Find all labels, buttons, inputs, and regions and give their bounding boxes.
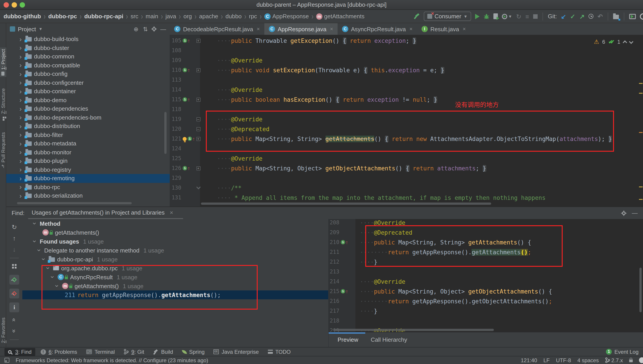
chevron-right-icon[interactable]: ›	[18, 167, 23, 172]
find-tree-row[interactable]: 211return getAppResponse().getAttachment…	[22, 290, 328, 299]
overrides-method-icon[interactable]: ı	[341, 240, 345, 244]
toolwindow-button-jee[interactable]: EEJava Enterprise	[210, 348, 262, 356]
breadcrumb-item[interactable]: org	[183, 12, 193, 20]
fold-marker[interactable]: –	[195, 117, 202, 121]
clipped-toolbar-icon[interactable]	[640, 13, 643, 20]
git-push-icon[interactable]: ↗	[579, 13, 584, 20]
close-icon[interactable]: ×	[463, 26, 466, 32]
prev-problem-icon[interactable]	[623, 40, 627, 45]
project-tree-item[interactable]: ›dubbo-registry	[6, 165, 170, 174]
fold-marker[interactable]	[195, 187, 202, 189]
project-tree-item[interactable]: ›dubbo-dependencies	[6, 104, 170, 113]
gear-icon[interactable]	[622, 211, 625, 215]
project-tree-item[interactable]: ›dubbo-common	[6, 52, 170, 61]
project-structure-icon[interactable]	[613, 15, 619, 19]
lock-icon[interactable]	[629, 360, 633, 362]
find-tree-row[interactable]: ›mgetAttachments()1 usage	[22, 282, 328, 290]
toolwindow-button-todo[interactable]: TODO	[264, 348, 294, 356]
toolwindow-button-problems[interactable]: !6: Problems	[37, 348, 81, 356]
write-access-filter-icon[interactable]: →	[9, 288, 19, 298]
toolwindow-button-spring[interactable]: Spring	[178, 348, 208, 356]
build-project-icon[interactable]	[414, 14, 420, 19]
project-tree-item[interactable]: ›dubbo-configcenter	[6, 78, 170, 87]
profiler-icon[interactable]	[502, 14, 507, 19]
close-icon[interactable]: ×	[330, 26, 333, 32]
group-by-icon[interactable]	[9, 263, 19, 271]
history-icon[interactable]	[589, 14, 594, 19]
find-results-tab[interactable]: Usages of getAttachments() in Project an…	[31, 209, 174, 217]
editor-tab[interactable]: CDecodeableRpcResult.java×	[170, 23, 264, 35]
close-icon[interactable]: ×	[257, 26, 260, 32]
chevron-down-icon[interactable]: ›	[37, 248, 42, 253]
chevron-right-icon[interactable]: ›	[18, 98, 23, 103]
gear-icon[interactable]	[152, 27, 156, 31]
zoom-window-button[interactable]	[20, 2, 25, 8]
breadcrumb-item[interactable]: dubbo	[225, 12, 242, 20]
chevron-right-icon[interactable]: ›	[18, 193, 23, 198]
project-tree-item[interactable]: ›dubbo-compatible	[6, 61, 170, 70]
chevron-right-icon[interactable]: ›	[18, 176, 23, 181]
close-window-button[interactable]	[4, 2, 9, 8]
stripe-button-z-structure[interactable]: Z: Structure	[0, 86, 6, 123]
breadcrumb-item[interactable]: CAppResponse	[263, 12, 310, 20]
project-tree-item[interactable]: ›dubbo-distribution	[6, 122, 170, 130]
editor-hscrollbar[interactable]	[201, 202, 491, 205]
preview-hscrollbar[interactable]	[333, 329, 494, 331]
project-tree-item[interactable]: ›dubbo-demo	[6, 96, 170, 104]
chevron-right-icon[interactable]: ›	[18, 54, 23, 59]
hide-panel-icon[interactable]: —	[632, 210, 638, 216]
stripe-button-pull-requests[interactable]: ↰Pull Requests	[0, 130, 6, 170]
breadcrumb-item[interactable]: mgetAttachments	[315, 12, 366, 20]
next-occurrence-icon[interactable]: ↓	[9, 246, 19, 253]
toolwindow-toggle-icon[interactable]	[5, 358, 9, 363]
project-tree-item[interactable]: ›dubbo-monitor	[6, 148, 170, 156]
line-separator[interactable]: LF	[543, 357, 550, 363]
find-tree-row[interactable]: ›Found usages1 usage	[22, 237, 328, 246]
rerun-search-icon[interactable]: ↻	[9, 224, 19, 230]
project-tree-item[interactable]: ›dubbo-serialization	[6, 191, 170, 200]
overrides-method-icon[interactable]: ı	[183, 38, 187, 43]
chevron-right-icon[interactable]: ›	[18, 63, 23, 68]
preview-usages-icon[interactable]: i	[9, 302, 19, 312]
project-tree-item[interactable]: ›dubbo-remoting	[6, 174, 170, 183]
hide-panel-icon[interactable]: —	[160, 26, 166, 32]
code-editor[interactable]: 105ı↑+····public Throwable getException(…	[170, 35, 643, 206]
find-tree-row[interactable]: ›dubbo-rpc-api1 usage	[22, 255, 328, 264]
toolwindow-button-terminal[interactable]: ›_Terminal	[83, 348, 119, 356]
find-tree-row[interactable]: ›Method	[22, 219, 328, 228]
project-tree-item[interactable]: ›dubbo-build-tools	[6, 35, 170, 44]
chevron-right-icon[interactable]: ›	[18, 158, 23, 164]
fold-marker[interactable]: +	[195, 166, 202, 170]
project-tree-item[interactable]: ›dubbo-filter	[6, 130, 170, 139]
find-tree-row[interactable]: ›org.apache.dubbo.rpc1 usage	[22, 264, 328, 272]
collapse-all-icon[interactable]: »	[11, 326, 18, 336]
editor-tab[interactable]: CAppResponse.java×	[264, 23, 338, 35]
project-tree-item[interactable]: ›dubbo-rpc	[6, 183, 170, 191]
status-message[interactable]: Frameworks Detected: Web framework is de…	[16, 357, 208, 363]
chevron-right-icon[interactable]: ›	[18, 124, 23, 129]
chevron-right-icon[interactable]: ›	[18, 45, 23, 51]
minimize-window-button[interactable]	[12, 2, 17, 8]
debug-icon[interactable]	[484, 14, 489, 19]
chevron-right-icon[interactable]: ›	[18, 80, 23, 86]
tab-preview[interactable]: Preview	[338, 336, 358, 343]
fold-marker[interactable]: +	[195, 137, 202, 141]
caret-position[interactable]: 121:40	[521, 357, 537, 363]
clipped-status-icon[interactable]	[639, 357, 643, 363]
tab-call-hierarchy[interactable]: Call Hierarchy	[371, 336, 407, 343]
project-tree-item[interactable]: ›dubbo-plugin	[6, 156, 170, 165]
fold-marker[interactable]: +	[195, 68, 202, 72]
breadcrumb-item[interactable]: dubbo-github	[3, 12, 42, 20]
breadcrumb-item[interactable]: src	[130, 12, 139, 20]
breadcrumb-item[interactable]: java	[165, 12, 177, 20]
overrides-method-icon[interactable]: ı	[188, 136, 192, 141]
overrides-method-icon[interactable]: ı	[183, 97, 187, 102]
toolwindow-button-build[interactable]: Build	[150, 348, 177, 356]
find-tree-row[interactable]: mgetAttachments()	[22, 228, 328, 237]
breadcrumb-item[interactable]: main	[145, 12, 159, 20]
overrides-method-icon[interactable]: ı	[341, 289, 345, 294]
read-access-filter-icon[interactable]: ←	[9, 275, 19, 284]
collapse-all-icon[interactable]: ⇅	[143, 26, 148, 32]
chevron-right-icon[interactable]: ›	[18, 36, 23, 42]
breadcrumb-item[interactable]: apache	[198, 12, 219, 20]
